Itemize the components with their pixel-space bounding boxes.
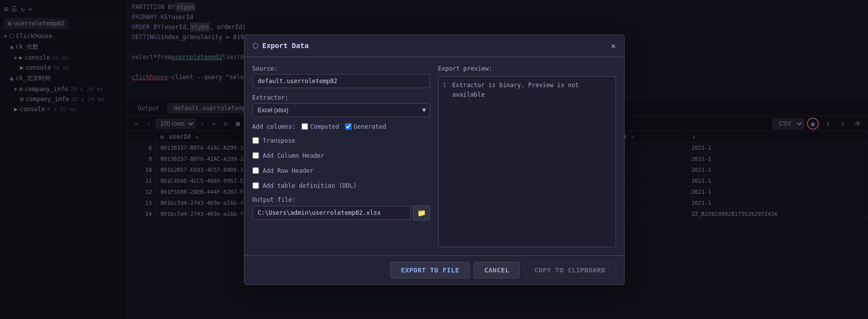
- output-file-row: 📁: [252, 205, 430, 220]
- preview-line-1: 1 Extractor is binary. Preview is not av…: [443, 81, 612, 100]
- generated-checkbox-label[interactable]: Generated: [345, 123, 386, 130]
- export-modal-icon: ⬡: [252, 42, 258, 50]
- output-file-group: Output file: 📁: [252, 196, 430, 220]
- modal-overlay: ⬡ Export Data ✕ Source: Extractor: Excel…: [0, 0, 868, 319]
- transpose-label: Transpose: [263, 137, 296, 144]
- modal-body: Source: Extractor: Excel (xlsx) CSV JSON…: [244, 57, 624, 255]
- extractor-group: Extractor: Excel (xlsx) CSV JSON ▼: [252, 94, 430, 117]
- generated-checkbox[interactable]: [345, 123, 352, 130]
- modal-footer: EXPORT TO FILE CANCEL COPY TO CLIPBOARD: [244, 255, 624, 284]
- row-header-checkbox[interactable]: [252, 167, 259, 174]
- export-to-file-btn[interactable]: EXPORT TO FILE: [390, 262, 470, 278]
- generated-label: Generated: [354, 123, 386, 130]
- table-def-label: Add table definition (DDL): [263, 182, 357, 189]
- modal-close-btn[interactable]: ✕: [611, 41, 616, 51]
- output-file-input[interactable]: [252, 206, 411, 220]
- source-group: Source:: [252, 65, 430, 88]
- row-header-label: Add Row Header: [263, 167, 314, 174]
- add-columns-label: Add columns:: [252, 123, 296, 130]
- preview-area: 1 Extractor is binary. Preview is not av…: [438, 76, 616, 247]
- computed-label: Computed: [310, 123, 339, 130]
- app-container: ⊞ ☰ ↻ + ⊞ userroletemp02 ▼ ⬡ Clickhouse …: [0, 0, 868, 319]
- column-header-row[interactable]: Add Column Header: [252, 151, 430, 160]
- output-file-label: Output file:: [252, 196, 430, 203]
- browse-btn[interactable]: 📁: [413, 205, 430, 220]
- transpose-row[interactable]: Transpose: [252, 136, 430, 145]
- table-def-checkbox[interactable]: [252, 182, 259, 189]
- modal-header: ⬡ Export Data ✕: [244, 35, 624, 57]
- transpose-checkbox[interactable]: [252, 137, 259, 144]
- computed-checkbox[interactable]: [302, 123, 308, 130]
- extractor-label: Extractor:: [252, 94, 430, 101]
- modal-left-panel: Source: Extractor: Excel (xlsx) CSV JSON…: [252, 65, 430, 247]
- add-columns-group: Add columns: Computed Generated: [252, 123, 430, 130]
- extractor-select-container: Excel (xlsx) CSV JSON ▼: [252, 103, 430, 117]
- computed-checkbox-label[interactable]: Computed: [302, 123, 339, 130]
- extractor-select[interactable]: Excel (xlsx) CSV JSON: [252, 103, 430, 117]
- cancel-btn[interactable]: CANCEL: [474, 262, 520, 278]
- preview-line-text: Extractor is binary. Preview is not avai…: [452, 81, 612, 100]
- modal-right-panel: Export preview: 1 Extractor is binary. P…: [438, 65, 616, 247]
- preview-label: Export preview:: [438, 65, 616, 72]
- source-label: Source:: [252, 65, 430, 72]
- column-header-label: Add Column Header: [263, 152, 325, 159]
- preview-line-num: 1: [443, 81, 446, 100]
- modal-title: Export Data: [262, 42, 607, 50]
- export-modal: ⬡ Export Data ✕ Source: Extractor: Excel…: [244, 35, 625, 285]
- add-columns-row: Add columns: Computed Generated: [252, 123, 430, 130]
- source-input[interactable]: [252, 74, 430, 88]
- table-def-row[interactable]: Add table definition (DDL): [252, 181, 430, 190]
- row-header-row[interactable]: Add Row Header: [252, 166, 430, 175]
- column-header-checkbox[interactable]: [252, 152, 259, 159]
- copy-to-clipboard-btn[interactable]: COPY TO CLIPBOARD: [524, 262, 616, 278]
